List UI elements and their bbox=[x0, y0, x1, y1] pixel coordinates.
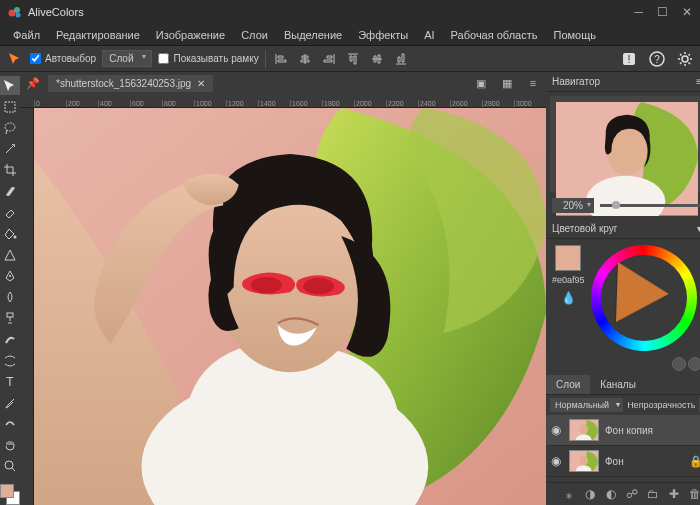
svg-text:T: T bbox=[6, 375, 14, 389]
menu-layers[interactable]: Слои bbox=[234, 26, 275, 44]
lock-icon[interactable]: 🔒 bbox=[689, 455, 700, 468]
minimize-button[interactable]: ─ bbox=[634, 5, 643, 19]
blur-tool[interactable] bbox=[0, 288, 20, 307]
eyedropper-icon[interactable]: 💧 bbox=[561, 291, 576, 305]
tab-close-icon[interactable]: ✕ bbox=[197, 78, 205, 89]
align-hcenter-icon[interactable] bbox=[296, 50, 314, 68]
svg-point-15 bbox=[5, 461, 13, 469]
help-icon[interactable]: ? bbox=[648, 50, 666, 68]
svg-point-10 bbox=[13, 144, 15, 146]
document-image bbox=[34, 108, 546, 505]
smudge-tool[interactable] bbox=[0, 330, 20, 349]
menu-help[interactable]: Помощь bbox=[546, 26, 603, 44]
canvas[interactable] bbox=[34, 108, 546, 505]
svg-rect-8 bbox=[5, 102, 15, 112]
tab-channels[interactable]: Каналы bbox=[590, 375, 646, 394]
maximize-button[interactable]: ☐ bbox=[657, 5, 668, 19]
navigator-header: Навигатор ≡ bbox=[546, 72, 700, 92]
svg-text:!: ! bbox=[627, 53, 630, 65]
foreground-color-swatch[interactable] bbox=[0, 484, 14, 498]
crop-tool[interactable] bbox=[0, 161, 20, 180]
settings-icon[interactable] bbox=[676, 50, 694, 68]
svg-point-9 bbox=[5, 123, 15, 131]
clone-tool[interactable] bbox=[0, 309, 20, 328]
eyedropper-tool[interactable] bbox=[0, 393, 20, 412]
tools-panel: T bbox=[0, 72, 20, 505]
align-left-icon[interactable] bbox=[272, 50, 290, 68]
layer-adjust-icon[interactable]: ◐ bbox=[604, 487, 618, 501]
layer-list: ◉ Фон копия ◉ Фон 🔒 bbox=[546, 415, 700, 482]
zoom-tool[interactable] bbox=[0, 457, 20, 476]
menu-select[interactable]: Выделение bbox=[277, 26, 349, 44]
align-right-icon[interactable] bbox=[320, 50, 338, 68]
layer-fx-icon[interactable]: ⁎ bbox=[562, 487, 576, 501]
svg-point-7 bbox=[682, 56, 688, 62]
menu-ai[interactable]: AI bbox=[417, 26, 441, 44]
brush-tool[interactable] bbox=[0, 182, 20, 201]
delete-layer-icon[interactable]: 🗑 bbox=[688, 487, 700, 501]
blend-mode-dropdown[interactable]: Нормальный bbox=[550, 398, 623, 412]
layer-link-icon[interactable]: ☍ bbox=[625, 487, 639, 501]
recent-color-2[interactable] bbox=[688, 357, 700, 371]
app-title: AliveColors bbox=[28, 6, 84, 18]
autoselect-checkbox[interactable]: Автовыбор bbox=[30, 53, 96, 64]
text-tool[interactable]: T bbox=[0, 372, 20, 391]
notifications-icon[interactable]: ! bbox=[620, 50, 638, 68]
magic-wand-tool[interactable] bbox=[0, 139, 20, 158]
close-button[interactable]: ✕ bbox=[682, 5, 692, 19]
eraser-tool[interactable] bbox=[0, 203, 20, 222]
shape-tool[interactable] bbox=[0, 245, 20, 264]
move-tool-icon[interactable] bbox=[6, 50, 24, 68]
zoom-dropdown[interactable]: 20% bbox=[552, 198, 594, 213]
heal-tool[interactable] bbox=[0, 415, 20, 434]
svg-point-28 bbox=[580, 456, 588, 466]
rect-select-tool[interactable] bbox=[0, 97, 20, 116]
document-tab[interactable]: *shutterstock_1563240253.jpg ✕ bbox=[48, 75, 213, 92]
hand-tool[interactable] bbox=[0, 436, 20, 455]
menu-edit[interactable]: Редактирование bbox=[49, 26, 147, 44]
layer-thumbnail[interactable] bbox=[569, 419, 599, 441]
divider bbox=[265, 50, 266, 68]
recent-color-1[interactable] bbox=[672, 357, 686, 371]
hex-value[interactable]: #e0af95 bbox=[552, 275, 585, 285]
show-frame-checkbox[interactable]: Показывать рамку bbox=[158, 53, 258, 64]
layer-mask-icon[interactable]: ◑ bbox=[583, 487, 597, 501]
align-vcenter-icon[interactable] bbox=[368, 50, 386, 68]
menu-workspace[interactable]: Рабочая область bbox=[444, 26, 545, 44]
tab-layers[interactable]: Слои bbox=[546, 375, 590, 394]
visibility-icon[interactable]: ◉ bbox=[551, 423, 563, 437]
svg-point-1 bbox=[14, 7, 20, 13]
tab-grid-icon[interactable]: ▦ bbox=[498, 74, 516, 92]
layer-target-dropdown[interactable]: Слой bbox=[102, 50, 152, 67]
new-layer-icon[interactable]: ✚ bbox=[667, 487, 681, 501]
menu-effects[interactable]: Эффекты bbox=[351, 26, 415, 44]
svg-point-2 bbox=[16, 13, 21, 18]
titlebar: AliveColors ─ ☐ ✕ bbox=[0, 0, 700, 24]
layer-row[interactable]: ◉ Фон копия bbox=[546, 415, 700, 446]
tab-view-icon[interactable]: ▣ bbox=[472, 74, 490, 92]
zoom-slider[interactable] bbox=[600, 204, 700, 207]
menu-file[interactable]: Файл bbox=[6, 26, 47, 44]
align-bottom-icon[interactable] bbox=[392, 50, 410, 68]
menu-image[interactable]: Изображение bbox=[149, 26, 232, 44]
svg-point-11 bbox=[14, 235, 17, 238]
navigator-preview[interactable] bbox=[550, 96, 700, 192]
color-wheel[interactable] bbox=[591, 245, 697, 351]
pen-tool[interactable] bbox=[0, 266, 20, 285]
visibility-icon[interactable]: ◉ bbox=[551, 454, 563, 468]
ruler-horizontal: 0200400600800100012001400160018002000220… bbox=[20, 94, 546, 108]
layer-row[interactable]: ◉ Фон 🔒 bbox=[546, 446, 700, 477]
new-folder-icon[interactable]: 🗀 bbox=[646, 487, 660, 501]
move-tool[interactable] bbox=[0, 76, 20, 95]
fill-tool[interactable] bbox=[0, 224, 20, 243]
layer-name: Фон копия bbox=[605, 425, 700, 436]
align-top-icon[interactable] bbox=[344, 50, 362, 68]
panel-menu-icon[interactable]: ≡ bbox=[696, 76, 700, 87]
color-swatches[interactable] bbox=[0, 484, 20, 505]
tab-pin-icon[interactable]: 📌 bbox=[24, 74, 42, 92]
warp-tool[interactable] bbox=[0, 351, 20, 370]
lasso-tool[interactable] bbox=[0, 118, 20, 137]
tab-menu-icon[interactable]: ≡ bbox=[524, 74, 542, 92]
layer-thumbnail[interactable] bbox=[569, 450, 599, 472]
current-color-swatch[interactable] bbox=[555, 245, 581, 271]
